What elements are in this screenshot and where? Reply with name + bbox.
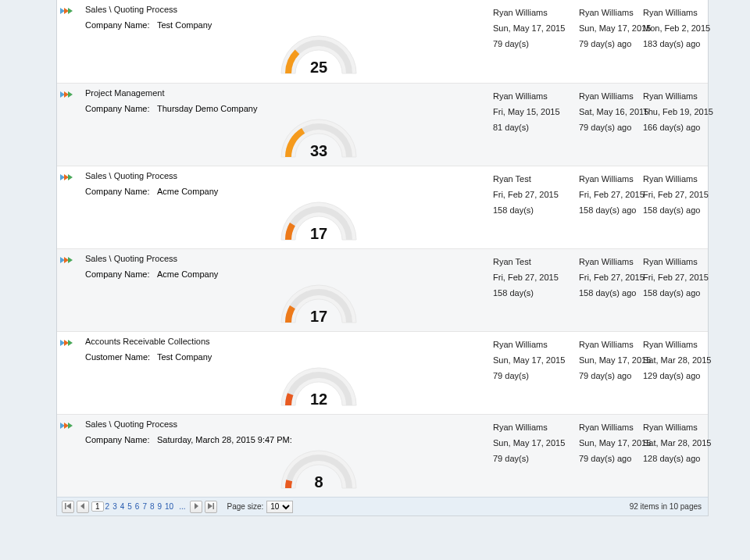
row-col-1: Ryan TestFri, Feb 27, 2015158 day(s) — [493, 171, 571, 218]
row-col-3: Ryan WilliamsSat, Mar 28, 2015129 day(s)… — [643, 337, 721, 383]
gauge-value: 17 — [272, 225, 366, 243]
progress-gauge: 25 — [272, 25, 366, 80]
page-size-label: Page size: — [227, 502, 264, 511]
col-date: Sun, May 17, 2015 — [493, 20, 571, 36]
row-indicator-icon — [60, 421, 82, 430]
row-field-label: Company Name: — [85, 20, 157, 30]
row-indicator-icon — [60, 90, 82, 99]
row-col-3: Ryan WilliamsMon, Feb 2, 2015183 day(s) … — [643, 5, 721, 52]
col-age: 158 day(s) — [493, 285, 571, 301]
pager-last-button[interactable] — [205, 501, 217, 513]
pager-next-button[interactable] — [190, 501, 202, 513]
process-row[interactable]: Project ManagementCompany Name:Thursday … — [57, 83, 708, 166]
svg-marker-3 — [195, 503, 198, 509]
row-col-3: Ryan WilliamsFri, Feb 27, 2015158 day(s)… — [643, 171, 721, 218]
col-user: Ryan Williams — [493, 5, 571, 20]
gauge-value: 33 — [272, 142, 366, 160]
pager-page-5[interactable]: 5 — [126, 502, 134, 511]
pager-page-3[interactable]: 3 — [111, 502, 119, 511]
row-subtitle: Company Name:Acme Company — [85, 187, 218, 196]
pager-page-8[interactable]: 8 — [148, 502, 156, 511]
col-user: Ryan Williams — [643, 419, 721, 435]
col-date: Fri, Feb 27, 2015 — [493, 269, 571, 285]
row-title: Accounts Receivable Collections — [85, 337, 210, 346]
row-field-label: Company Name: — [85, 269, 157, 279]
svg-rect-5 — [212, 503, 214, 509]
row-subtitle: Customer Name:Test Company — [85, 352, 212, 362]
pager-first-button[interactable] — [62, 501, 74, 513]
col-age: 158 day(s) ago — [643, 285, 721, 301]
row-title: Project Management — [85, 88, 165, 98]
col-age: 183 day(s) ago — [643, 36, 721, 52]
col-date: Sat, Mar 28, 2015 — [643, 352, 721, 368]
row-field-label: Company Name: — [85, 104, 157, 113]
col-date: Sun, May 17, 2015 — [493, 435, 571, 451]
svg-rect-0 — [65, 503, 66, 509]
process-row[interactable]: Sales \ Quoting ProcessCompany Name:Test… — [57, 0, 708, 83]
col-user: Ryan Williams — [643, 337, 721, 352]
col-date: Fri, Feb 27, 2015 — [643, 269, 721, 285]
col-age: 79 day(s) — [493, 36, 571, 52]
row-title: Sales \ Quoting Process — [85, 171, 177, 180]
col-age: 128 day(s) ago — [643, 451, 721, 466]
pager-ellipsis[interactable]: ... — [177, 502, 187, 511]
pager-page-1[interactable]: 1 — [91, 501, 104, 512]
col-date: Mon, Feb 2, 2015 — [643, 20, 721, 36]
row-title: Sales \ Quoting Process — [85, 5, 177, 14]
row-col-1: Ryan WilliamsSun, May 17, 201579 day(s) — [493, 419, 571, 466]
col-date: Fri, Feb 27, 2015 — [643, 187, 721, 202]
col-user: Ryan Williams — [493, 88, 571, 104]
gauge-value: 12 — [272, 391, 366, 408]
row-col-1: Ryan TestFri, Feb 27, 2015158 day(s) — [493, 254, 571, 301]
row-subtitle: Company Name:Saturday, March 28, 2015 9:… — [85, 435, 292, 444]
col-age: 129 day(s) ago — [643, 368, 721, 383]
col-age: 79 day(s) — [493, 368, 571, 383]
col-user: Ryan Test — [493, 254, 571, 269]
row-col-1: Ryan WilliamsSun, May 17, 201579 day(s) — [493, 337, 571, 383]
gauge-value: 25 — [272, 59, 366, 77]
pager-page-4[interactable]: 4 — [119, 502, 127, 511]
process-row[interactable]: Sales \ Quoting ProcessCompany Name:Acme… — [57, 166, 708, 248]
row-col-1: Ryan WilliamsFri, May 15, 201581 day(s) — [493, 88, 571, 135]
row-subtitle: Company Name:Acme Company — [85, 269, 218, 279]
process-list: Sales \ Quoting ProcessCompany Name:Test… — [56, 0, 709, 516]
col-date: Fri, Feb 27, 2015 — [493, 187, 571, 202]
row-indicator-icon — [60, 6, 82, 16]
page-size-select[interactable]: 10 — [266, 501, 293, 513]
col-age: 158 day(s) — [493, 202, 571, 218]
gauge-value: 8 — [272, 473, 366, 491]
pager-page-2[interactable]: 2 — [104, 502, 112, 511]
svg-marker-1 — [66, 503, 71, 509]
progress-gauge: 17 — [272, 274, 366, 329]
row-indicator-icon — [60, 173, 82, 182]
progress-gauge: 8 — [272, 440, 366, 494]
row-indicator-icon — [60, 255, 82, 265]
col-user: Ryan Williams — [643, 171, 721, 187]
row-field-value: Test Company — [157, 20, 212, 30]
row-subtitle: Company Name:Test Company — [85, 20, 212, 30]
row-col-3: Ryan WilliamsFri, Feb 27, 2015158 day(s)… — [643, 254, 721, 301]
process-row[interactable]: Sales \ Quoting ProcessCompany Name:Satu… — [57, 414, 708, 497]
pager-prev-button[interactable] — [77, 501, 89, 513]
row-field-value: Thursday Demo Company — [157, 104, 257, 113]
row-title: Sales \ Quoting Process — [85, 419, 177, 429]
row-indicator-icon — [60, 338, 82, 348]
row-field-value: Acme Company — [157, 187, 218, 196]
row-col-1: Ryan WilliamsSun, May 17, 201579 day(s) — [493, 5, 571, 52]
col-age: 81 day(s) — [493, 119, 571, 135]
pager-page-7[interactable]: 7 — [141, 502, 148, 511]
process-row[interactable]: Sales \ Quoting ProcessCompany Name:Acme… — [57, 248, 708, 331]
col-date: Sat, Mar 28, 2015 — [643, 435, 721, 451]
col-user: Ryan Williams — [643, 5, 721, 20]
pager-summary: 92 items in 10 pages — [630, 502, 703, 511]
col-age: 79 day(s) — [493, 451, 571, 466]
process-row[interactable]: Accounts Receivable CollectionsCustomer … — [57, 331, 708, 414]
pager-page-10[interactable]: 10 — [163, 502, 175, 511]
pager-page-9[interactable]: 9 — [156, 502, 164, 511]
svg-marker-2 — [80, 503, 84, 509]
pager-left: 12345678910 ... Page size: 10 — [62, 501, 293, 513]
pager-page-6[interactable]: 6 — [134, 502, 141, 511]
progress-gauge: 17 — [272, 191, 366, 246]
col-user: Ryan Williams — [493, 419, 571, 435]
col-user: Ryan Williams — [493, 337, 571, 352]
